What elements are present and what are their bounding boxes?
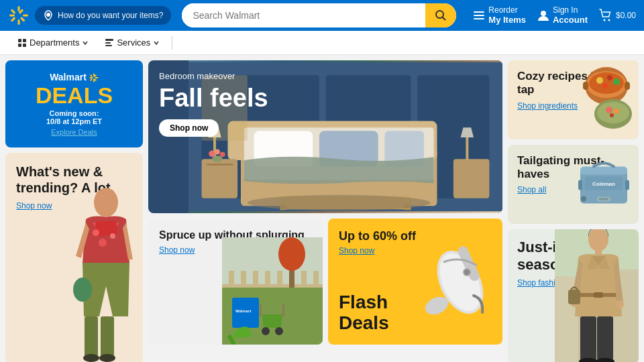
svg-point-128 — [616, 300, 624, 308]
center-bottom-grid: Spruce up without splurging Shop now — [148, 219, 502, 345]
svg-rect-100 — [625, 82, 630, 90]
chevron-down-icon — [82, 40, 89, 46]
svg-rect-17 — [18, 44, 21, 47]
svg-point-91 — [464, 269, 470, 275]
deals-title: DEALS — [36, 84, 113, 107]
spruce-tools-svg: Walmart — [222, 237, 323, 345]
search-bar — [182, 3, 456, 27]
deals-spark-icon — [89, 73, 99, 82]
search-button[interactable] — [425, 3, 456, 27]
fall-feels-shop-button[interactable]: Shop now — [159, 119, 219, 137]
svg-point-55 — [209, 150, 215, 157]
svg-point-13 — [603, 19, 605, 21]
person-svg — [56, 182, 143, 362]
departments-nav[interactable]: Departments — [11, 35, 95, 50]
svg-point-32 — [110, 233, 115, 239]
fall-feels-title: Fall feels — [159, 84, 268, 113]
services-nav[interactable]: Services — [98, 35, 166, 50]
spruce-card: Spruce up without splurging Shop now — [148, 219, 323, 345]
svg-rect-83 — [282, 304, 284, 316]
svg-point-82 — [275, 327, 283, 335]
seasonal-person-image — [555, 229, 639, 362]
svg-rect-35 — [101, 316, 114, 357]
svg-point-14 — [608, 19, 610, 21]
search-icon — [435, 9, 447, 21]
navbar: Departments Services — [0, 31, 644, 55]
svg-point-12 — [541, 11, 546, 16]
deals-date-text: 10/8 at 12pm ET — [46, 117, 102, 125]
svg-text:Coleman: Coleman — [592, 181, 615, 187]
reorder-label: Reorder — [488, 5, 526, 15]
svg-point-81 — [262, 327, 270, 335]
svg-rect-18 — [23, 44, 26, 47]
svg-rect-123 — [580, 316, 596, 360]
svg-line-11 — [443, 17, 446, 21]
flash-vacuum-image — [423, 232, 497, 333]
deals-walmart-text: Walmart — [50, 72, 87, 82]
cozy-food-image — [580, 66, 633, 133]
svg-rect-15 — [18, 39, 21, 42]
flash-card: Up to 60% off Shop now — [328, 219, 502, 345]
account-icon — [537, 9, 550, 22]
svg-rect-24 — [89, 77, 93, 78]
svg-rect-59 — [466, 137, 468, 160]
svg-rect-29 — [90, 78, 93, 81]
svg-rect-51 — [207, 164, 233, 166]
svg-rect-113 — [625, 180, 629, 190]
svg-point-56 — [215, 149, 220, 155]
svg-point-10 — [436, 11, 443, 18]
svg-rect-2 — [18, 19, 20, 25]
reorder-icon — [472, 9, 486, 22]
cart-total: $0.00 — [616, 11, 636, 20]
svg-point-96 — [607, 75, 612, 80]
sign-in-label: Sign In — [553, 5, 588, 15]
svg-point-103 — [606, 107, 612, 113]
svg-rect-109 — [599, 198, 608, 200]
seasonal-person-svg — [555, 229, 639, 362]
svg-rect-34 — [85, 316, 98, 357]
fall-feels-card: Bedroom makeover Fall feels Shop now — [148, 60, 502, 213]
svg-point-104 — [614, 109, 619, 114]
services-label: Services — [117, 38, 150, 48]
svg-rect-26 — [90, 74, 93, 77]
trending-card: What's new & trending? A lot. Shop now — [5, 153, 143, 362]
reorder-action[interactable]: Reorder My Items — [472, 5, 526, 25]
seasonal-looks-card: Just-in seasonal looks Shop fashion — [508, 229, 639, 362]
svg-rect-107 — [580, 167, 627, 175]
svg-rect-4 — [23, 15, 28, 17]
fall-feels-content: Bedroom makeover Fall feels Shop now — [159, 71, 268, 137]
cooler-svg: Coleman — [577, 160, 631, 207]
svg-point-98 — [602, 83, 608, 88]
deals-coming-text: Coming soon: — [50, 109, 99, 117]
tailgate-card: Tailgating must-haves Shop all Colem — [508, 145, 639, 224]
svg-point-114 — [581, 196, 586, 202]
left-column: Walmart DEALS Coming soon: 10/8 — [5, 60, 143, 362]
svg-point-64 — [248, 195, 431, 210]
how-items-button[interactable]: How do you want your items? — [35, 6, 171, 25]
account-label: Account — [553, 15, 588, 25]
svg-rect-1 — [18, 6, 20, 11]
svg-point-9 — [46, 13, 50, 17]
deals-explore-link[interactable]: Explore Deals — [51, 128, 97, 136]
svg-point-78 — [278, 237, 305, 271]
svg-point-33 — [99, 239, 107, 247]
svg-rect-99 — [583, 82, 588, 90]
departments-label: Departments — [30, 38, 79, 48]
grid-icon — [17, 38, 27, 48]
svg-rect-84 — [260, 304, 262, 316]
deals-card: Walmart DEALS Coming soon: 10/8 — [5, 60, 143, 147]
walmart-spark-icon[interactable] — [8, 5, 30, 26]
search-input[interactable] — [182, 3, 425, 27]
center-column: Bedroom makeover Fall feels Shop now Spr… — [148, 60, 502, 362]
svg-rect-58 — [453, 159, 490, 198]
svg-point-105 — [610, 113, 614, 117]
fall-feels-subtitle: Bedroom makeover — [159, 71, 268, 81]
nav-divider — [172, 36, 172, 50]
svg-point-102 — [597, 102, 629, 123]
cart-action[interactable]: $0.00 — [598, 8, 636, 23]
my-items-label: My Items — [488, 15, 526, 25]
account-action[interactable]: Sign In Account — [537, 5, 588, 25]
cozy-recipes-card: Cozy recipes in a tap Shop ingredients — [508, 60, 639, 139]
location-icon — [43, 10, 54, 21]
svg-rect-20 — [105, 42, 111, 44]
